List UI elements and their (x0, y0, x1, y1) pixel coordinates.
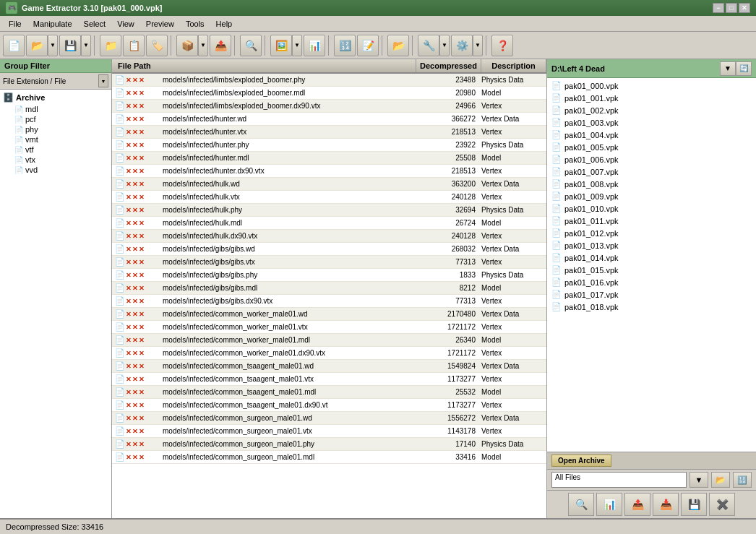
file-list-body[interactable]: 📄 ✕ ✕ ✕ models/infected/limbs/exploded_b… (112, 74, 546, 518)
action-icon-1[interactable]: ✕ (126, 376, 132, 383)
table-button[interactable]: 📊 (304, 35, 325, 56)
action-icon-2[interactable]: ✕ (132, 168, 138, 175)
menu-tools[interactable]: Tools (180, 18, 210, 30)
action-icon-3[interactable]: ✕ (139, 272, 145, 279)
action-icon-3[interactable]: ✕ (139, 142, 145, 149)
action-icon-1[interactable]: ✕ (126, 207, 132, 214)
action-icon-1[interactable]: ✕ (126, 311, 132, 318)
settings-dropdown[interactable]: ▼ (473, 35, 483, 56)
menu-view[interactable]: View (111, 18, 140, 30)
action-icon-2[interactable]: ✕ (132, 324, 138, 331)
action-icon-3[interactable]: ✕ (139, 77, 145, 84)
archive-list[interactable]: 📄 pak01_000.vpk 📄 pak01_001.vpk 📄 pak01_… (547, 78, 756, 452)
archive-list-item[interactable]: 📄 pak01_011.vpk (549, 215, 755, 227)
menu-preview[interactable]: Preview (140, 18, 180, 30)
action-icon-2[interactable]: ✕ (132, 90, 138, 97)
action-icon-2[interactable]: ✕ (132, 311, 138, 318)
action-icon-3[interactable]: ✕ (139, 285, 145, 292)
tree-root-archive[interactable]: 🗄️ Archive (1, 91, 110, 104)
open-button[interactable]: 📂 (26, 35, 48, 56)
archive-list-item[interactable]: 📄 pak01_014.vpk (549, 251, 755, 264)
action-icon-2[interactable]: ✕ (132, 376, 138, 383)
action-icon-2[interactable]: ✕ (132, 220, 138, 227)
action-icon-3[interactable]: ✕ (139, 363, 145, 370)
table-row[interactable]: 📄 ✕ ✕ ✕ models/infected/common_worker_ma… (112, 334, 546, 347)
tree-child-vtf[interactable]: 📄 vtf (13, 145, 110, 155)
action-icon-3[interactable]: ✕ (139, 415, 145, 422)
action-icon-2[interactable]: ✕ (132, 233, 138, 240)
action-icon-3[interactable]: ✕ (139, 233, 145, 240)
action-icon-2[interactable]: ✕ (132, 77, 138, 84)
action-icon-3[interactable]: ✕ (139, 428, 145, 435)
table-row[interactable]: 📄 ✕ ✕ ✕ models/infected/common_worker_ma… (112, 308, 546, 321)
action-icon-1[interactable]: ✕ (126, 220, 132, 227)
archive-list-item[interactable]: 📄 pak01_015.vpk (549, 264, 755, 276)
action-icon-3[interactable]: ✕ (139, 311, 145, 318)
table-row[interactable]: 📄 ✕ ✕ ✕ models/infected/common_tsaagent_… (112, 399, 546, 412)
table-row[interactable]: 📄 ✕ ✕ ✕ models/infected/hulk.vtx 240128 … (112, 191, 546, 204)
file-type-dropdown-btn[interactable]: ▼ (690, 472, 708, 488)
action-icon-1[interactable]: ✕ (126, 454, 132, 461)
thumb-dropdown[interactable]: ▼ (292, 35, 302, 56)
table-row[interactable]: 📄 ✕ ✕ ✕ models/infected/gibs/gibs.dx90.v… (112, 295, 546, 308)
col-header-description[interactable]: Description (481, 59, 546, 72)
table-row[interactable]: 📄 ✕ ✕ ✕ models/infected/limbs/exploded_b… (112, 87, 546, 100)
action-icon-1[interactable]: ✕ (126, 402, 132, 409)
menu-help[interactable]: Help (210, 18, 239, 30)
tree-child-phy[interactable]: 📄 phy (13, 124, 110, 134)
text-button[interactable]: 📝 (357, 35, 379, 56)
action-icon-2[interactable]: ✕ (132, 272, 138, 279)
plugin-button[interactable]: 🔧 (418, 35, 439, 56)
archive-list-item[interactable]: 📄 pak01_010.vpk (549, 202, 755, 215)
action-icon-3[interactable]: ✕ (139, 259, 145, 266)
table-row[interactable]: 📄 ✕ ✕ ✕ models/infected/hunter.dx90.vtx … (112, 165, 546, 178)
table-row[interactable]: 📄 ✕ ✕ ✕ models/infected/gibs/gibs.wd 268… (112, 243, 546, 256)
action-icon-1[interactable]: ✕ (126, 90, 132, 97)
archive-list-item[interactable]: 📄 pak01_000.vpk (549, 79, 755, 92)
table-row[interactable]: 📄 ✕ ✕ ✕ models/infected/common_tsaagent_… (112, 386, 546, 399)
col-header-decompressed[interactable]: Decompressed (416, 59, 481, 72)
archive-list-item[interactable]: 📄 pak01_018.vpk (549, 301, 755, 313)
action-icon-1[interactable]: ✕ (126, 415, 132, 422)
action-icon-3[interactable]: ✕ (139, 207, 145, 214)
save-bottom-button[interactable]: 💾 (681, 493, 707, 516)
archive-list-item[interactable]: 📄 pak01_006.vpk (549, 153, 755, 165)
action-icon-2[interactable]: ✕ (132, 389, 138, 396)
action-icon-2[interactable]: ✕ (132, 129, 138, 136)
action-icon-2[interactable]: ✕ (132, 428, 138, 435)
extract-dropdown[interactable]: ▼ (198, 35, 208, 56)
browse-folder-button[interactable]: 📂 (711, 472, 730, 488)
table-row[interactable]: 📄 ✕ ✕ ✕ models/infected/common_tsaagent_… (112, 373, 546, 386)
archive-list-item[interactable]: 📄 pak01_007.vpk (549, 165, 755, 178)
menu-manipulate[interactable]: Manipulate (27, 18, 78, 30)
action-icon-1[interactable]: ✕ (126, 116, 132, 123)
action-icon-3[interactable]: ✕ (139, 350, 145, 357)
action-icon-3[interactable]: ✕ (139, 337, 145, 344)
action-icon-2[interactable]: ✕ (132, 116, 138, 123)
tree-child-vmt[interactable]: 📄 vmt (13, 134, 110, 145)
extract-all-button[interactable]: 📤 (210, 35, 231, 56)
action-icon-1[interactable]: ✕ (126, 129, 132, 136)
archive-list-item[interactable]: 📄 pak01_012.vpk (549, 227, 755, 239)
table-row[interactable]: 📄 ✕ ✕ ✕ models/infected/hunter.phy 23922… (112, 139, 546, 152)
archive-list-item[interactable]: 📄 pak01_016.vpk (549, 276, 755, 288)
action-icon-3[interactable]: ✕ (139, 220, 145, 227)
action-icon-1[interactable]: ✕ (126, 337, 132, 344)
action-icon-1[interactable]: ✕ (126, 441, 132, 448)
close-button[interactable]: ✕ (739, 3, 750, 13)
tree-area[interactable]: 🗄️ Archive 📄 mdl 📄 pcf 📄 phy 📄 (0, 90, 111, 518)
action-icon-2[interactable]: ✕ (132, 402, 138, 409)
action-icon-1[interactable]: ✕ (126, 324, 132, 331)
action-icon-1[interactable]: ✕ (126, 155, 132, 162)
action-icon-1[interactable]: ✕ (126, 428, 132, 435)
minimize-button[interactable]: − (713, 3, 724, 13)
action-icon-2[interactable]: ✕ (132, 194, 138, 201)
settings-button[interactable]: ⚙️ (451, 35, 473, 56)
table-row[interactable]: 📄 ✕ ✕ ✕ models/infected/hulk.dx90.vtx 24… (112, 230, 546, 243)
action-icon-2[interactable]: ✕ (132, 350, 138, 357)
help-button[interactable]: ❓ (491, 35, 513, 56)
rename-button[interactable]: 🏷️ (146, 35, 168, 56)
open-archive-button[interactable]: Open Archive (551, 455, 611, 467)
action-icon-3[interactable]: ✕ (139, 441, 145, 448)
archive-refresh-button[interactable]: 🔄 (736, 61, 752, 76)
